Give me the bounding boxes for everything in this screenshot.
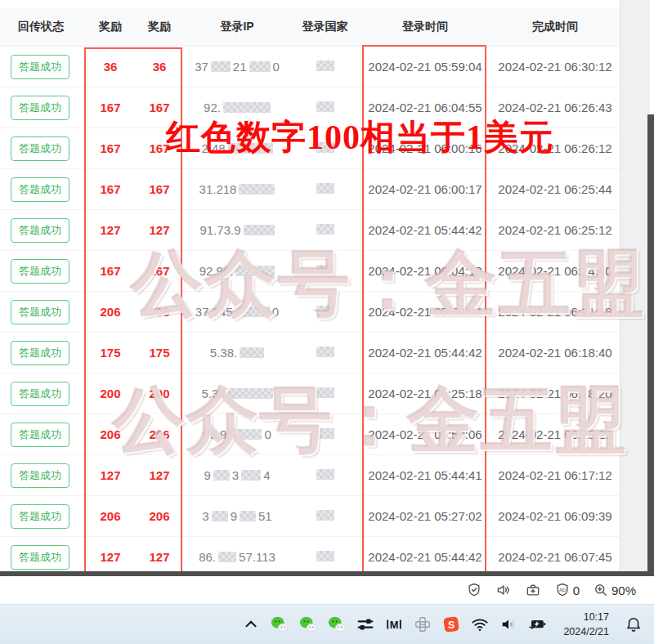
status-badge: 答题成功 bbox=[11, 218, 69, 243]
ip-fragment: 9 bbox=[231, 509, 237, 523]
im-app-icon[interactable]: M bbox=[385, 615, 403, 633]
windows-taskbar: M S 10:17 2024/2/21 bbox=[0, 605, 654, 644]
screen: 回传状态 奖励 奖励 登录IP 登录国家 登录时间 完成时间 答题成功 36 3… bbox=[0, 0, 654, 644]
status-badge: 答题成功 bbox=[11, 382, 69, 406]
finish-time-cell: 2024-02-21 06:26:12 bbox=[490, 141, 620, 155]
taskbar-date: 2024/2/21 bbox=[563, 624, 609, 639]
col-header-reward1: 奖励 bbox=[86, 20, 135, 34]
login-country-cell bbox=[290, 550, 360, 564]
finish-time-cell: 2024-02-21 06:26:43 bbox=[490, 101, 620, 114]
zoom-level-label: 90% bbox=[611, 584, 636, 597]
show-hidden-icons-chevron-icon[interactable] bbox=[242, 615, 260, 633]
status-cell: 答题成功 bbox=[0, 259, 86, 284]
ip-fragment: 92.96. bbox=[199, 264, 234, 278]
status-cell: 答题成功 bbox=[0, 341, 86, 365]
login-ip-cell: 2.48 bbox=[184, 141, 290, 155]
login-country-cell bbox=[290, 305, 360, 319]
status-badge: 答题成功 bbox=[11, 55, 69, 79]
finish-time-cell: 2024-02-21 06:24:40 bbox=[490, 264, 620, 278]
blurred-country bbox=[316, 60, 334, 71]
svg-text:S: S bbox=[448, 619, 455, 631]
page-speaker-icon[interactable] bbox=[495, 582, 512, 598]
login-country-cell bbox=[290, 427, 360, 441]
table-header-row: 回传状态 奖励 奖励 登录IP 登录国家 登录时间 完成时间 bbox=[0, 8, 620, 47]
battery-charging-icon[interactable] bbox=[528, 615, 546, 633]
finish-time-cell: 2024-02-21 06:09:39 bbox=[490, 509, 620, 523]
blurred-country bbox=[316, 469, 334, 480]
login-country-cell bbox=[290, 141, 360, 155]
login-country-cell bbox=[290, 509, 360, 523]
blurred-ip-segment bbox=[235, 266, 275, 276]
ip-fragment: 2.48 bbox=[201, 141, 225, 155]
login-country-cell bbox=[290, 468, 360, 482]
status-badge: 答题成功 bbox=[11, 545, 69, 570]
finish-time-cell: 2024-02-21 06:30:12 bbox=[490, 60, 620, 74]
notifications-bell-icon[interactable] bbox=[625, 615, 643, 633]
status-badge: 答题成功 bbox=[11, 259, 69, 284]
svg-text:AD: AD bbox=[559, 588, 566, 593]
ip-fragment: 0 bbox=[272, 305, 279, 319]
svg-text:M: M bbox=[390, 619, 399, 631]
ip-fragment: 57.113 bbox=[239, 550, 275, 564]
col-header-finish-time: 完成时间 bbox=[490, 20, 620, 34]
login-ip-cell: 934 bbox=[184, 468, 290, 482]
wechat-icon[interactable] bbox=[271, 615, 289, 633]
toolbox-icon[interactable] bbox=[525, 582, 541, 598]
blurred-ip-segment bbox=[228, 388, 273, 399]
blurred-ip-segment bbox=[211, 61, 231, 72]
ip-fragment: 3 bbox=[232, 468, 239, 482]
taskbar-time: 10:17 bbox=[563, 610, 609, 624]
status-badge: 答题成功 bbox=[11, 423, 69, 447]
ip-fragment: 91.73.9 bbox=[199, 223, 240, 237]
login-country-cell bbox=[290, 264, 360, 278]
finish-time-cell: 2024-02-21 06:18:20 bbox=[490, 427, 620, 441]
status-cell: 答题成功 bbox=[0, 96, 86, 120]
login-country-cell bbox=[290, 387, 360, 400]
zoom-control[interactable]: 90% bbox=[593, 582, 636, 598]
vertical-scrollbar-thumb[interactable] bbox=[647, 114, 654, 571]
login-ip-cell: 37.245.0 bbox=[184, 305, 290, 319]
blurred-country bbox=[316, 387, 334, 398]
login-ip-cell: 86.90 bbox=[184, 427, 290, 441]
ad-block-counter[interactable]: AD 0 bbox=[554, 582, 580, 598]
ip-fragment: 0 bbox=[273, 60, 280, 74]
blurred-ip-segment bbox=[239, 184, 275, 195]
horizontal-scrollbar[interactable] bbox=[0, 571, 654, 576]
ip-fragment: 86.9 bbox=[203, 427, 226, 441]
security-shield-check-icon[interactable] bbox=[466, 582, 482, 598]
login-ip-cell: 37210 bbox=[184, 60, 290, 74]
ad-block-count: 0 bbox=[573, 584, 580, 597]
blurred-country bbox=[316, 347, 334, 357]
red-highlight-box-rewards bbox=[84, 47, 182, 575]
vertical-scrollbar-track[interactable] bbox=[620, 0, 650, 571]
status-badge: 答题成功 bbox=[11, 341, 69, 365]
blurred-country bbox=[316, 224, 334, 235]
status-badge: 答题成功 bbox=[11, 300, 69, 324]
blurred-ip-segment bbox=[229, 429, 262, 440]
wifi-icon[interactable] bbox=[471, 615, 489, 633]
finish-time-cell: 2024-02-21 06:17:12 bbox=[490, 468, 620, 482]
volume-icon[interactable] bbox=[499, 615, 517, 633]
ip-fragment: 0 bbox=[264, 427, 271, 441]
ip-fragment: 37.245. bbox=[195, 305, 236, 319]
ad-block-shield-icon: AD bbox=[554, 582, 571, 598]
blurred-ip-segment bbox=[249, 61, 271, 72]
blurred-country bbox=[316, 265, 334, 275]
sogou-input-icon[interactable]: S bbox=[442, 615, 460, 633]
cross-pad-app-icon[interactable] bbox=[414, 615, 432, 633]
sliders-settings-icon[interactable] bbox=[356, 615, 374, 633]
finish-time-cell: 2024-02-21 06:25:44 bbox=[490, 182, 620, 196]
wechat-icon[interactable] bbox=[299, 615, 317, 633]
status-cell: 答题成功 bbox=[0, 504, 86, 529]
login-ip-cell: 5.38. bbox=[184, 346, 290, 360]
browser-status-bar: AD 0 90% bbox=[0, 576, 654, 605]
taskbar-clock[interactable]: 10:17 2024/2/21 bbox=[563, 610, 609, 639]
blurred-country bbox=[316, 510, 334, 521]
magnifier-plus-icon bbox=[593, 582, 609, 598]
blurred-ip-segment bbox=[240, 511, 256, 521]
status-cell: 答题成功 bbox=[0, 136, 86, 161]
wechat-icon[interactable] bbox=[328, 615, 346, 633]
blurred-ip-segment bbox=[240, 347, 264, 358]
ip-fragment: 21 bbox=[233, 60, 247, 74]
status-cell: 答题成功 bbox=[0, 463, 86, 488]
